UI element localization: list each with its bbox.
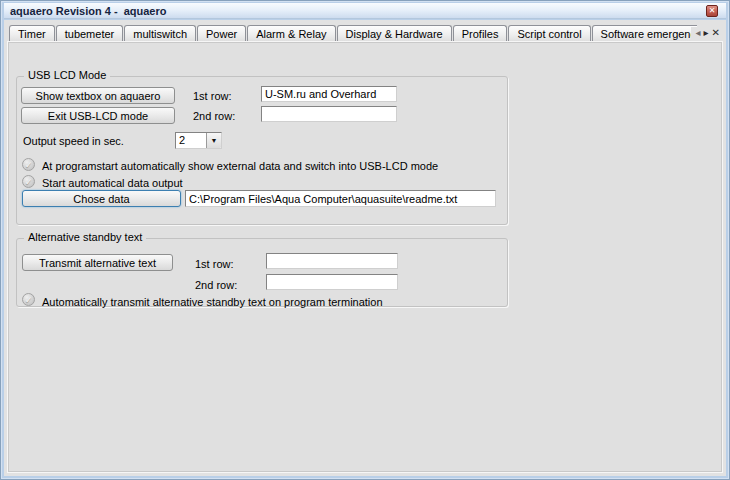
show-textbox-button[interactable]: Show textbox on aquaero	[21, 87, 175, 104]
alt-row1-label: 1st row:	[195, 258, 234, 270]
tab-page-lcd-data-output: USB LCD Mode Show textbox on aquaero 1st…	[7, 41, 723, 473]
autostart-check-icon[interactable]: ✓	[22, 158, 35, 171]
chose-data-button[interactable]: Chose data	[22, 190, 181, 207]
transmit-alternative-button[interactable]: Transmit alternative text	[22, 254, 173, 271]
exit-usb-lcd-button[interactable]: Exit USB-LCD mode	[21, 107, 175, 124]
tab-power[interactable]: Power	[197, 25, 246, 42]
row1-input[interactable]	[261, 86, 397, 102]
auto-output-check-icon[interactable]: ✓	[22, 175, 35, 188]
tab-strip: TimertubemetermultiswitchPowerAlarm & Re…	[9, 23, 697, 42]
tab-navigation: ◂▸✕	[691, 27, 722, 41]
auto-transmit-check-icon[interactable]: ✓	[22, 293, 35, 306]
tab-scroll-right-icon[interactable]: ▸	[703, 27, 711, 38]
tab-alarm-relay[interactable]: Alarm & Relay	[247, 25, 335, 42]
tab-script-control[interactable]: Script control	[508, 25, 590, 42]
auto-transmit-check-label: Automatically transmit alternative stand…	[42, 296, 383, 308]
tab-multiswitch[interactable]: multiswitch	[124, 25, 196, 42]
row2-label: 2nd row:	[193, 110, 235, 122]
row1-label: 1st row:	[193, 90, 232, 102]
tab-close-icon[interactable]: ✕	[711, 27, 722, 38]
tab-tubemeter[interactable]: tubemeter	[56, 25, 124, 42]
usb-lcd-mode-group-title: USB LCD Mode	[24, 69, 110, 81]
usb-lcd-mode-group: USB LCD Mode Show textbox on aquaero 1st…	[16, 76, 508, 225]
auto-output-check-label: Start automatical data output	[42, 177, 183, 189]
tab-display-hardware[interactable]: Display & Hardware	[337, 25, 452, 42]
output-speed-select[interactable]: 2 ▼	[175, 132, 222, 149]
tab-timer[interactable]: Timer	[9, 25, 55, 42]
alt-row2-label: 2nd row:	[195, 279, 237, 291]
application-window: aquaero Revision 4 - aquaero ✕ Timertube…	[0, 0, 730, 480]
row2-input[interactable]	[261, 106, 397, 122]
chevron-down-icon[interactable]: ▼	[206, 133, 221, 148]
tab-profiles[interactable]: Profiles	[453, 25, 508, 42]
autostart-check-label: At programstart automatically show exter…	[42, 160, 438, 172]
close-icon[interactable]: ✕	[706, 5, 718, 17]
window-title: aquaero Revision 4 - aquaero	[10, 5, 167, 17]
tab-software-emergency-shutdown[interactable]: Software emergency shutdown	[592, 25, 697, 42]
alternative-standby-group: Alternative standby text Transmit altern…	[16, 238, 508, 307]
output-speed-label: Output speed in sec.	[23, 135, 124, 147]
alt-row2-input[interactable]	[266, 274, 398, 290]
title-bar[interactable]: aquaero Revision 4 - aquaero ✕	[4, 3, 726, 19]
alternative-standby-group-title: Alternative standby text	[24, 231, 146, 243]
alt-row1-input[interactable]	[266, 253, 398, 269]
data-file-path-input[interactable]	[185, 190, 496, 207]
tab-scroll-left-icon[interactable]: ◂	[695, 27, 703, 38]
client-area: TimertubemetermultiswitchPowerAlarm & Re…	[4, 20, 726, 476]
output-speed-value: 2	[179, 134, 205, 146]
